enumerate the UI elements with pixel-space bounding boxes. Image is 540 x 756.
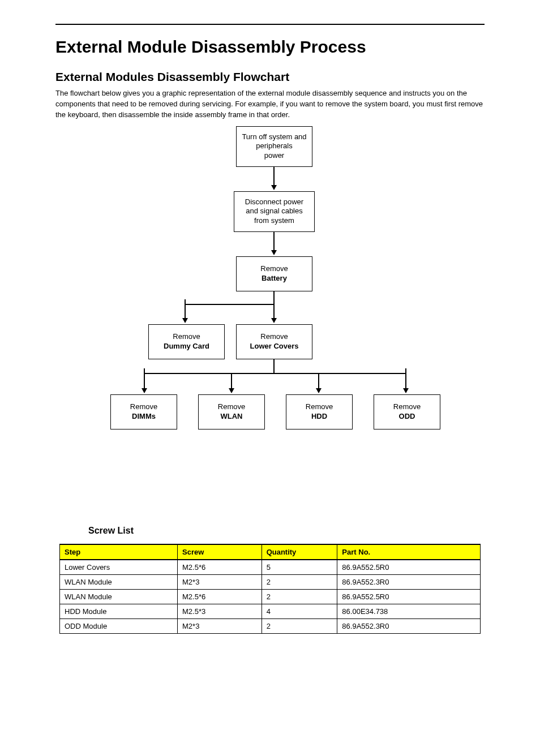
connector [231,373,232,390]
flow-box-dummy-card: Remove Dummy Card [148,324,225,359]
connector [405,373,406,390]
flow-box-battery: Remove Battery [236,256,312,291]
flowchart: Turn off system and peripherals power Di… [72,126,468,511]
cell-screw: M2*3 [178,574,262,589]
col-step: Step [60,544,178,560]
flow-box-wlan: Remove WLAN [198,394,265,429]
cell-step: ODD Module [60,618,178,633]
connector [144,373,406,374]
flow-box-text2: power [264,151,284,160]
arrow-icon [403,388,409,393]
col-quantity: Quantity [262,544,337,560]
cell-partno: 86.9A552.3R0 [337,574,481,589]
connector [273,359,275,373]
col-screw: Screw [178,544,262,560]
flow-box-disconnect: Disconnect power and signal cables from … [234,191,315,232]
flow-box-text: Remove [260,264,288,273]
table-header-row: Step Screw Quantity Part No. [60,544,481,560]
connector [144,373,145,390]
cell-quantity: 4 [262,604,337,618]
top-rule [55,24,485,25]
flow-box-bold: DIMMs [132,412,156,421]
arrow-icon [271,185,277,190]
cell-quantity: 2 [262,618,337,633]
screw-list-table: Step Screw Quantity Part No. Lower Cover… [59,544,481,634]
cell-partno: 86.9A552.5R0 [337,560,481,575]
flow-box-text: Remove [173,332,200,341]
flow-box-text: Remove [393,402,421,411]
heading-flowchart: External Modules Disassembly Flowchart [55,70,485,84]
flow-box-odd: Remove ODD [374,394,440,429]
table-row: Lower Covers M2.5*6 5 86.9A552.5R0 [60,560,481,575]
cell-screw: M2.5*6 [178,589,262,604]
table-row: HDD Module M2.5*3 4 86.00E34.738 [60,604,481,618]
flow-box-text: Remove [130,402,157,411]
intro-text: The flowchart below gives you a graphic … [55,88,485,121]
flow-box-text: Remove [218,402,245,411]
flow-box-bold: ODD [399,412,415,421]
connector-tick [185,299,186,305]
connector [273,232,275,252]
cell-quantity: 2 [262,589,337,604]
cell-screw: M2*3 [178,618,262,633]
connector [185,304,186,320]
cell-step: WLAN Module [60,574,178,589]
connector [318,373,319,390]
flow-box-text: Remove [306,402,333,411]
connector [273,291,275,304]
cell-step: HDD Module [60,604,178,618]
flow-box-bold: WLAN [221,412,243,421]
flow-box-text2: from system [254,216,294,225]
arrow-icon [182,318,188,323]
cell-step: WLAN Module [60,589,178,604]
flow-box-text: Remove [260,332,288,341]
flow-box-hdd: Remove HDD [286,394,353,429]
cell-step: Lower Covers [60,560,178,575]
connector [273,304,275,320]
arrow-icon [271,250,277,255]
heading-external-module: External Module Disassembly Process [55,37,485,57]
cell-partno: 86.00E34.738 [337,604,481,618]
arrow-icon [142,388,147,393]
flow-box-bold: HDD [311,412,327,421]
cell-partno: 86.9A552.5R0 [337,589,481,604]
flow-box-lower-covers: Remove Lower Covers [236,324,312,359]
flow-box-text: Turn off system and peripherals [241,132,307,151]
table-row: WLAN Module M2.5*6 2 86.9A552.5R0 [60,589,481,604]
cell-quantity: 2 [262,574,337,589]
col-partno: Part No. [337,544,481,560]
screw-list-title: Screw List [88,526,511,536]
flow-box-power-off: Turn off system and peripherals power [236,126,312,167]
flow-box-bold: Dummy Card [164,342,209,351]
arrow-icon [271,318,277,323]
arrow-icon [316,388,322,393]
flow-box-text: Disconnect power and signal cables [239,197,310,216]
cell-screw: M2.5*3 [178,604,262,618]
flow-box-bold: Lower Covers [250,342,299,351]
cell-quantity: 5 [262,560,337,575]
cell-partno: 86.9A552.3R0 [337,618,481,633]
connector [273,167,275,187]
cell-screw: M2.5*6 [178,560,262,575]
connector [185,304,275,305]
flow-box-bold: Battery [262,274,287,283]
table-row: ODD Module M2*3 2 86.9A552.3R0 [60,618,481,633]
flow-box-dimms: Remove DIMMs [110,394,177,429]
arrow-icon [229,388,234,393]
table-row: WLAN Module M2*3 2 86.9A552.3R0 [60,574,481,589]
